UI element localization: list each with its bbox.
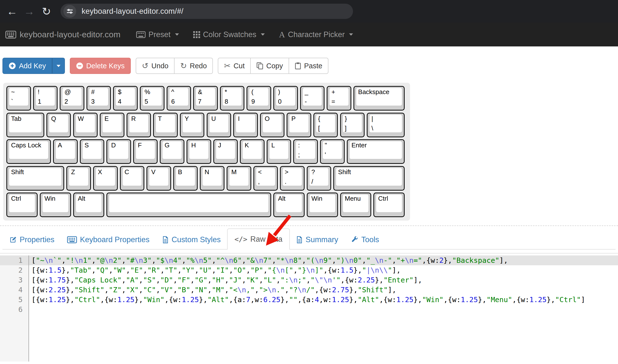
key[interactable]: ~` bbox=[6, 86, 31, 111]
key[interactable]: Alt bbox=[273, 193, 305, 217]
brand[interactable]: keyboard-layout-editor.com bbox=[5, 30, 120, 39]
key[interactable]: Ctrl bbox=[6, 193, 38, 217]
key[interactable]: }] bbox=[340, 113, 365, 137]
key[interactable]: P bbox=[287, 113, 311, 137]
minus-circle-icon bbox=[76, 62, 83, 70]
key[interactable]: += bbox=[327, 86, 351, 111]
key[interactable]: V bbox=[147, 166, 171, 191]
key[interactable]: Enter bbox=[347, 139, 405, 164]
key[interactable]: F bbox=[133, 139, 158, 164]
key[interactable]: Ctrl bbox=[373, 193, 405, 217]
key[interactable]: Menu bbox=[340, 193, 371, 217]
key[interactable]: H bbox=[187, 139, 211, 164]
tab-properties[interactable]: Properties bbox=[3, 230, 61, 249]
key[interactable]: S bbox=[80, 139, 104, 164]
key[interactable]: Tab bbox=[6, 113, 44, 137]
key[interactable]: Alt bbox=[73, 193, 104, 217]
key[interactable]: &7 bbox=[193, 86, 218, 111]
back-icon[interactable]: ← bbox=[5, 4, 19, 18]
key[interactable]: {[ bbox=[313, 113, 338, 137]
key[interactable]: :; bbox=[293, 139, 318, 164]
address-bar[interactable]: keyboard-layout-editor.com/#/ bbox=[60, 4, 353, 19]
key[interactable]: Win bbox=[307, 193, 338, 217]
url-text[interactable]: keyboard-layout-editor.com/#/ bbox=[82, 7, 183, 16]
key[interactable]: W bbox=[73, 113, 98, 137]
key[interactable]: O bbox=[260, 113, 285, 137]
raw-data-editor[interactable]: 1["~\n`","!\n1","@\n2","#\n3","$\n4","%\… bbox=[0, 253, 618, 362]
menu-color-swatches[interactable]: Color Swatches bbox=[193, 30, 265, 39]
key-bottom-legend: 4 bbox=[118, 98, 121, 105]
key[interactable]: ^6 bbox=[167, 86, 191, 111]
menu-character-picker[interactable]: A Character Picker bbox=[279, 30, 353, 39]
tab-label: Custom Styles bbox=[172, 235, 221, 244]
tab-custom-styles[interactable]: Custom Styles bbox=[156, 230, 227, 249]
forward-icon[interactable]: → bbox=[22, 4, 36, 18]
copy-button[interactable]: Copy bbox=[250, 58, 289, 74]
key[interactable]: Q bbox=[46, 113, 71, 137]
key[interactable]: Caps Lock bbox=[6, 139, 51, 164]
reload-icon[interactable]: ↻ bbox=[39, 4, 54, 18]
site-settings-button[interactable] bbox=[63, 5, 76, 18]
menu-preset[interactable]: Preset bbox=[136, 30, 179, 39]
key[interactable]: R bbox=[127, 113, 151, 137]
tab-tools[interactable]: Tools bbox=[345, 230, 385, 249]
key[interactable]: >. bbox=[280, 166, 305, 191]
key[interactable]: K bbox=[240, 139, 265, 164]
app-navbar: keyboard-layout-editor.com Preset Color … bbox=[0, 23, 618, 46]
key[interactable]: M bbox=[227, 166, 251, 191]
tab-keyboard-properties[interactable]: Keyboard Properties bbox=[61, 230, 156, 249]
cut-button[interactable]: ✂ Cut bbox=[218, 58, 251, 74]
code-line: 1["~\n`","!\n1","@\n2","#\n3","$\n4","%\… bbox=[0, 255, 618, 265]
edit-toolbar: Add Key Delete Keys ↺ Undo ↻ Redo bbox=[2, 58, 616, 74]
add-key-button[interactable]: Add Key bbox=[2, 58, 52, 74]
undo-button[interactable]: ↺ Undo bbox=[136, 58, 175, 74]
key[interactable]: U bbox=[207, 113, 231, 137]
add-key-dropdown-button[interactable] bbox=[52, 58, 65, 74]
key[interactable]: #3 bbox=[87, 86, 111, 111]
key[interactable]: L bbox=[267, 139, 291, 164]
key[interactable]: |\ bbox=[367, 113, 405, 137]
key-top-legend: Ctrl bbox=[378, 195, 388, 202]
key[interactable]: Y bbox=[180, 113, 205, 137]
delete-keys-button[interactable]: Delete Keys bbox=[70, 58, 131, 74]
key[interactable]: Win bbox=[40, 193, 71, 217]
key[interactable]: @2 bbox=[60, 86, 84, 111]
key[interactable]: G bbox=[160, 139, 184, 164]
key[interactable]: N bbox=[200, 166, 224, 191]
key[interactable]: E bbox=[100, 113, 124, 137]
code-text: [{w:1.25},"Ctrl",{w:1.25},"Win",{w:1.25}… bbox=[29, 295, 618, 305]
key[interactable]: C bbox=[120, 166, 145, 191]
keyboard-canvas[interactable]: ~`!1@2#3$4%5^6&7*8(9)0_-+=BackspaceTabQW… bbox=[3, 83, 410, 221]
key[interactable]: X bbox=[93, 166, 118, 191]
key[interactable]: Shift bbox=[6, 166, 64, 191]
key[interactable]: %5 bbox=[140, 86, 164, 111]
key-face: ^6 bbox=[169, 87, 189, 106]
redo-button[interactable]: ↻ Redo bbox=[174, 58, 213, 74]
line-number: 4 bbox=[0, 285, 29, 295]
key[interactable]: Shift bbox=[333, 166, 405, 191]
key-top-legend: + bbox=[331, 88, 335, 96]
key[interactable]: $4 bbox=[113, 86, 138, 111]
key[interactable]: <, bbox=[253, 166, 278, 191]
key[interactable]: D bbox=[106, 139, 131, 164]
key[interactable]: !1 bbox=[33, 86, 58, 111]
key[interactable]: J bbox=[213, 139, 238, 164]
key[interactable]: )0 bbox=[273, 86, 298, 111]
paste-button[interactable]: Paste bbox=[289, 58, 328, 74]
key[interactable]: ?/ bbox=[307, 166, 331, 191]
key[interactable] bbox=[106, 193, 271, 217]
tab-raw-data[interactable]: </> Raw data bbox=[227, 228, 290, 250]
key[interactable]: Z bbox=[66, 166, 91, 191]
key[interactable]: Backspace bbox=[353, 86, 405, 111]
key-bottom-legend: 2 bbox=[64, 98, 68, 105]
key[interactable]: (9 bbox=[247, 86, 271, 111]
key[interactable]: A bbox=[53, 139, 78, 164]
key[interactable]: I bbox=[233, 113, 258, 137]
key-bottom-legend: 5 bbox=[145, 98, 148, 105]
key[interactable]: T bbox=[153, 113, 178, 137]
key[interactable]: *8 bbox=[220, 86, 245, 111]
key[interactable]: _- bbox=[300, 86, 325, 111]
key[interactable]: B bbox=[173, 166, 198, 191]
key[interactable]: "' bbox=[320, 139, 345, 164]
tab-summary[interactable]: Summary bbox=[290, 230, 345, 249]
